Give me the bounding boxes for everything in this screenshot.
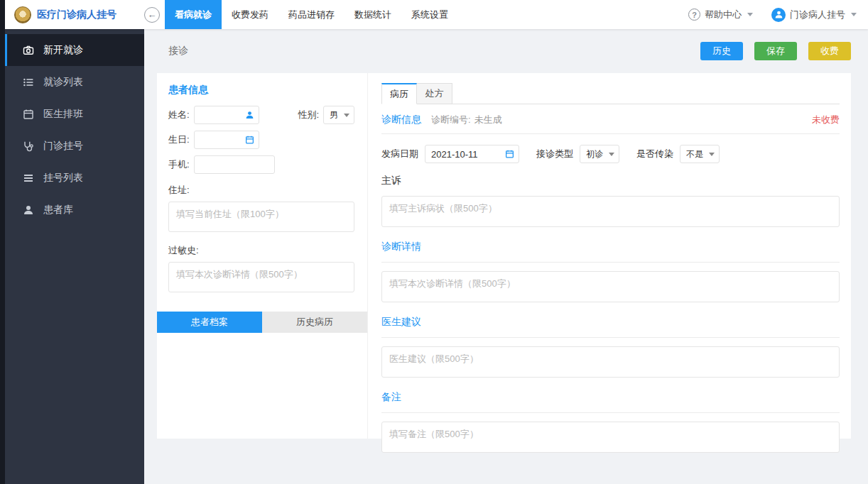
nav-tab-visit[interactable]: 看病就诊 xyxy=(165,0,222,29)
tab-patient-archive[interactable]: 患者档案 xyxy=(157,312,262,333)
calendar-icon[interactable] xyxy=(505,150,514,159)
diagnosis-info-link[interactable]: 诊断信息 xyxy=(381,114,421,126)
phone-input[interactable] xyxy=(194,155,275,174)
nav-tab-label: 看病就诊 xyxy=(175,9,212,21)
tab-patient-history[interactable]: 历史病历 xyxy=(262,312,367,333)
person-icon xyxy=(23,204,34,216)
stethoscope-icon xyxy=(23,141,34,152)
chevron-down-icon xyxy=(851,13,857,16)
user-name-label: 门诊病人挂号 xyxy=(790,9,845,21)
calendar-icon xyxy=(23,109,34,120)
breadcrumb: 接诊 xyxy=(168,45,188,57)
user-menu[interactable]: 门诊病人挂号 xyxy=(771,8,857,22)
birthday-row: 生日: xyxy=(168,131,354,149)
brand: 医疗门诊病人挂号 xyxy=(5,6,144,23)
sidebar-item-label: 医生排班 xyxy=(43,108,83,121)
infectious-select[interactable]: 不是 xyxy=(680,145,720,163)
gender-label: 性别: xyxy=(298,109,319,121)
address-label: 住址: xyxy=(168,184,354,197)
sidebar-item-label: 挂号列表 xyxy=(43,172,83,185)
page-actions: 历史 保存 收费 xyxy=(700,42,851,60)
chevron-down-icon xyxy=(609,153,614,156)
page-header: 接诊 历史 保存 收费 xyxy=(144,29,868,73)
patient-info-panel: 患者信息 姓名: 性别: 男 xyxy=(157,73,368,439)
save-button[interactable]: 保存 xyxy=(754,42,797,60)
birthday-label: 生日: xyxy=(168,133,190,146)
doctor-advice-heading: 医生建议 xyxy=(381,316,840,338)
visit-type-value: 初诊 xyxy=(586,148,603,160)
patient-tabs: 患者档案 历史病历 xyxy=(157,312,367,333)
chevron-down-icon xyxy=(344,114,349,117)
header-right: ? 帮助中心 门诊病人挂号 xyxy=(688,8,868,22)
charge-button[interactable]: 收费 xyxy=(808,42,851,60)
sidebar-item-doctor-schedule[interactable]: 医生排班 xyxy=(5,98,144,130)
tab-medical-record[interactable]: 病历 xyxy=(381,83,417,104)
app-logo-icon xyxy=(14,6,31,23)
top-nav: 看病就诊 收费发药 药品进销存 数据统计 系统设置 xyxy=(165,0,458,29)
phone-label: 手机: xyxy=(168,158,190,171)
person-icon xyxy=(245,111,254,120)
phone-row: 手机: xyxy=(168,155,354,174)
doctor-advice-textarea[interactable] xyxy=(381,346,840,378)
chief-complaint-textarea[interactable] xyxy=(381,196,840,227)
calendar-icon[interactable] xyxy=(245,136,254,145)
allergy-textarea[interactable] xyxy=(168,262,354,292)
sidebar-item-label: 患者库 xyxy=(43,204,73,216)
diagnosis-no-label: 诊断编号: xyxy=(431,114,471,126)
gender-value: 男 xyxy=(330,109,338,121)
medical-record-panel: 病历 处方 诊断信息 诊断编号: 未生成 未收费 发病日期 接诊类型 xyxy=(368,73,851,439)
tab-prescription[interactable]: 处方 xyxy=(417,83,452,104)
chief-complaint-heading: 主诉 xyxy=(381,175,840,187)
diagnosis-no-value: 未生成 xyxy=(474,114,502,126)
name-label: 姓名: xyxy=(168,109,190,121)
help-center-label: 帮助中心 xyxy=(705,9,742,21)
visit-type-select[interactable]: 初诊 xyxy=(580,145,619,163)
list-icon xyxy=(23,77,34,88)
sidebar-item-patient-db[interactable]: 患者库 xyxy=(5,194,144,226)
sidebar-item-label: 就诊列表 xyxy=(43,76,83,89)
diagnosis-detail-heading: 诊断详情 xyxy=(381,241,840,263)
question-circle-icon: ? xyxy=(688,9,700,21)
nav-tab-settings[interactable]: 系统设置 xyxy=(401,0,458,29)
patient-info-title: 患者信息 xyxy=(168,84,354,97)
help-center-menu[interactable]: ? 帮助中心 xyxy=(688,9,753,21)
remark-textarea[interactable] xyxy=(381,422,840,453)
top-header: 医疗门诊病人挂号 ← 看病就诊 收费发药 药品进销存 数据统计 系统设置 ? 帮… xyxy=(5,0,868,29)
main-content: 接诊 历史 保存 收费 患者信息 姓名: xyxy=(144,29,868,484)
nav-tab-label: 药品进销存 xyxy=(288,9,335,21)
onset-row: 发病日期 接诊类型 初诊 是否传染 不是 xyxy=(381,145,840,163)
fee-status-badge: 未收费 xyxy=(812,114,840,126)
back-arrow-icon: ← xyxy=(148,9,157,20)
sidebar: 新开就诊 就诊列表 医生排班 门诊挂号 挂号列表 患者库 xyxy=(5,29,144,484)
avatar xyxy=(771,8,786,22)
sidebar-item-label: 门诊挂号 xyxy=(43,140,83,153)
name-gender-row: 姓名: 性别: 男 xyxy=(168,106,354,124)
camera-icon xyxy=(23,45,34,56)
visit-type-label: 接诊类型 xyxy=(536,148,573,160)
rows-icon xyxy=(23,172,34,184)
sidebar-item-visit-list[interactable]: 就诊列表 xyxy=(5,66,144,98)
allergy-label: 过敏史: xyxy=(168,244,354,257)
sidebar-item-register-list[interactable]: 挂号列表 xyxy=(5,162,144,194)
history-button[interactable]: 历史 xyxy=(700,42,743,60)
back-button[interactable]: ← xyxy=(144,7,160,23)
address-textarea[interactable] xyxy=(168,202,354,232)
sidebar-item-label: 新开就诊 xyxy=(43,44,83,57)
gender-select[interactable]: 男 xyxy=(323,106,354,124)
app-title: 医疗门诊病人挂号 xyxy=(37,9,116,21)
record-tabs: 病历 处方 xyxy=(381,83,840,104)
nav-tab-charge-dispense[interactable]: 收费发药 xyxy=(222,0,278,29)
nav-tab-statistics[interactable]: 数据统计 xyxy=(345,0,401,29)
nav-tab-label: 系统设置 xyxy=(411,9,448,21)
infectious-value: 不是 xyxy=(686,148,703,160)
chevron-down-icon xyxy=(709,153,715,156)
infectious-label: 是否传染 xyxy=(636,148,673,160)
nav-tab-drug-inventory[interactable]: 药品进销存 xyxy=(278,0,345,29)
user-icon xyxy=(774,10,783,19)
diagnosis-detail-textarea[interactable] xyxy=(381,271,840,302)
remark-heading: 备注 xyxy=(381,391,840,413)
diagnosis-info-row: 诊断信息 诊断编号: 未生成 未收费 xyxy=(381,114,840,134)
left-edge-strip xyxy=(0,0,5,484)
sidebar-item-new-visit[interactable]: 新开就诊 xyxy=(5,34,144,66)
sidebar-item-outpatient-register[interactable]: 门诊挂号 xyxy=(5,130,144,162)
